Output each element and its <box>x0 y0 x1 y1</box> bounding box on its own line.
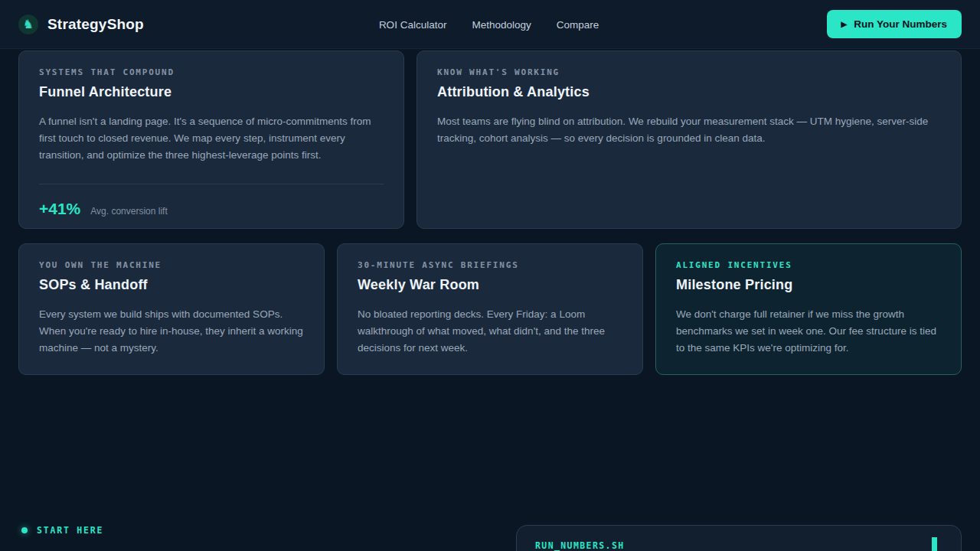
stat-value: +41% <box>39 200 80 218</box>
card-milestone-pricing: ALIGNED INCENTIVES Milestone Pricing We … <box>655 243 962 375</box>
card-attribution-analytics: KNOW WHAT'S WORKING Attribution & Analyt… <box>416 51 962 229</box>
run-your-numbers-button[interactable]: ▶ Run Your Numbers <box>827 10 962 38</box>
start-here-kicker: START HERE <box>21 525 103 536</box>
card-divider <box>39 184 384 184</box>
card-title: Weekly War Room <box>358 277 622 293</box>
run-numbers-terminal[interactable]: RUN_NUMBERS.SH <box>516 525 962 551</box>
terminal-cursor <box>932 537 937 551</box>
stat-caption: Avg. conversion lift <box>90 206 168 217</box>
card-weekly-war-room: 30-MINUTE ASYNC BRIEFINGS Weekly War Roo… <box>337 243 643 375</box>
start-here-dot-icon <box>21 527 28 533</box>
card-funnel-architecture: SYSTEMS THAT COMPOUND Funnel Architectur… <box>18 51 404 229</box>
card-body: No bloated reporting decks. Every Friday… <box>358 306 622 357</box>
nav-link-roi-calculator[interactable]: ROI Calculator <box>379 19 447 31</box>
card-body: Every system we build ships with documen… <box>39 306 304 357</box>
card-body: We don't charge full retainer if we miss… <box>676 306 941 357</box>
terminal-title: RUN_NUMBERS.SH <box>535 540 942 551</box>
features-section: SYSTEMS THAT COMPOUND Funnel Architectur… <box>0 49 980 375</box>
card-title: Funnel Architecture <box>39 84 384 100</box>
stat-row: +41% Avg. conversion lift <box>39 200 384 218</box>
start-here-label: START HERE <box>37 525 103 536</box>
card-title: SOPs & Handoff <box>39 277 304 293</box>
brand-name: StrategyShop <box>47 16 144 33</box>
card-body: A funnel isn't a landing page. It's a se… <box>39 113 384 164</box>
card-sops-handoff: YOU OWN THE MACHINE SOPs & Handoff Every… <box>18 243 325 375</box>
nav-link-methodology[interactable]: Methodology <box>472 19 531 31</box>
card-eyebrow: KNOW WHAT'S WORKING <box>437 67 941 77</box>
card-eyebrow: ALIGNED INCENTIVES <box>676 260 941 270</box>
card-row-bottom: YOU OWN THE MACHINE SOPs & Handoff Every… <box>18 243 962 375</box>
card-title: Milestone Pricing <box>676 277 941 293</box>
navbar: ♞ StrategyShop ROI Calculator Methodolog… <box>0 0 980 49</box>
play-icon: ▶ <box>841 21 848 28</box>
card-eyebrow: SYSTEMS THAT COMPOUND <box>39 67 384 77</box>
nav-link-compare[interactable]: Compare <box>557 19 599 31</box>
cta-label: Run Your Numbers <box>854 18 947 30</box>
card-row-top: SYSTEMS THAT COMPOUND Funnel Architectur… <box>18 51 962 229</box>
card-title: Attribution & Analytics <box>437 84 941 100</box>
nav-links: ROI Calculator Methodology Compare <box>379 0 599 49</box>
brand[interactable]: ♞ StrategyShop <box>18 15 144 34</box>
card-eyebrow: 30-MINUTE ASYNC BRIEFINGS <box>358 260 622 270</box>
card-body: Most teams are flying blind on attributi… <box>437 113 941 147</box>
card-eyebrow: YOU OWN THE MACHINE <box>39 260 304 270</box>
logo-icon: ♞ <box>18 15 38 34</box>
